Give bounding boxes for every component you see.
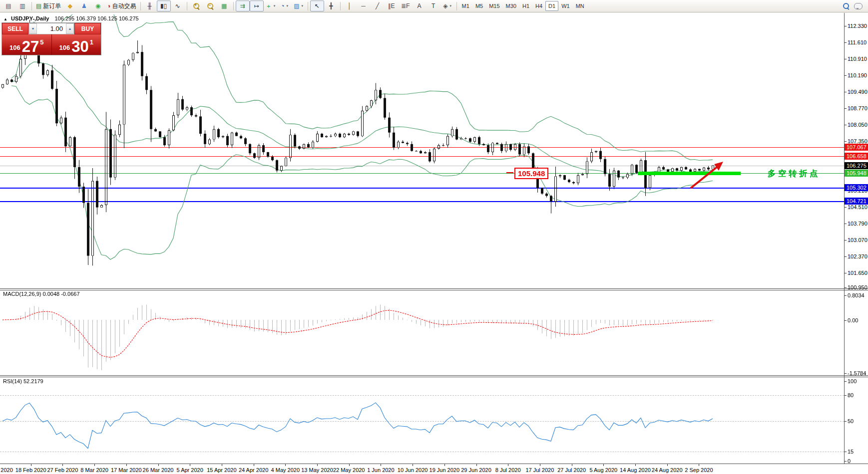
macd-panel-divider[interactable] [0,288,868,289]
rsi-panel-divider[interactable] [0,375,868,376]
sell-price-pip: 5 [40,38,43,46]
date-tick-mark [508,464,508,466]
date-tick-label: 9 Feb 2020 [0,467,13,473]
timeframe-h4-button[interactable]: H4 [532,1,545,11]
indicators-icon[interactable]: ＋▾ [264,0,278,11]
periods-icon[interactable]: ◔▾ [278,0,292,11]
price-tick-mark [845,42,847,43]
horizontal-line-icon[interactable]: ─ [357,0,371,11]
chart-area[interactable] [0,0,844,464]
toolbar: ▤▥▤新订单◆♟◉◑自动交易╫▮▯∿+−▦⇉↦＋▾◔▾▨▾↖╋│─╱∥E≣FAT… [0,0,868,12]
time-axis-line [0,464,868,464]
timeframe-h1-button[interactable]: H1 [519,1,532,11]
text-icon[interactable]: A [413,0,427,11]
volume-decrease-button[interactable]: ▼ [29,23,37,34]
vertical-line-icon[interactable]: │ [343,0,357,11]
market-watch-icon[interactable]: ▤ [1,0,15,11]
zoom-in-icon[interactable]: + [189,0,203,11]
timeframe-m15-button[interactable]: M15 [486,1,502,11]
price-tick-mark [845,287,847,288]
price-annotation-box[interactable]: 105.948 [514,168,548,179]
indicator-tick-mark [845,320,847,321]
date-tick-mark [317,464,318,466]
date-tick-mark [285,464,286,466]
date-tick-mark [126,464,127,466]
signals-icon[interactable]: ◉ [91,0,105,11]
autotrading-button[interactable]: ◑自动交易 [105,0,138,11]
date-tick-label: 14 Aug 2020 [620,467,651,473]
timeframe-m30-button[interactable]: M30 [503,1,519,11]
strategy-tester-icon[interactable]: ♟ [77,0,91,11]
line-chart-icon[interactable]: ∿ [171,0,185,11]
date-tick-mark [603,464,604,466]
price-level-label: 107.067 [845,144,868,151]
auto-scroll-icon[interactable]: ⇉ [236,0,250,11]
date-tick-label: 5 Aug 2020 [589,467,617,473]
volume-input[interactable]: 1.00 [37,23,66,34]
indicator-tick-label: 80 [848,392,854,398]
indicator-tick-label: 0.8034 [848,292,865,298]
fibonacci-icon[interactable]: ≣F [399,0,413,11]
date-tick-mark [413,464,413,466]
timeframe-mn-button[interactable]: MN [573,1,587,11]
price-box-tick [506,172,513,173]
price-tick-label: 108.770 [848,105,868,111]
price-axis-line[interactable] [844,13,845,464]
date-tick-label: 4 May 2020 [271,467,300,473]
timeframe-d1-button[interactable]: D1 [545,1,558,11]
indicator-tick-label: 0 [848,458,851,464]
equidistant-channel-icon[interactable]: ∥E [385,0,399,11]
trendline-icon[interactable]: ╱ [371,0,385,11]
crosshair-icon[interactable]: ╋ [324,0,338,11]
collapse-arrow-icon[interactable]: ▲ [3,17,7,21]
cursor-icon[interactable]: ↖ [310,0,324,11]
price-tick-label: 103.790 [848,221,868,227]
indicator-tick-label: 50 [848,418,854,424]
date-tick-label: 18 Feb 2020 [15,467,46,473]
data-window-icon[interactable]: ▥ [15,0,29,11]
date-tick-label: 2 Sep 2020 [685,467,713,473]
toolbar-separator [233,2,234,10]
rsi-panel-divider-inner [0,377,868,377]
volume-increase-button[interactable]: ▲ [66,23,74,34]
chart-shift-icon[interactable]: ↦ [250,0,264,11]
toolbar-separator [31,2,32,10]
sell-price-button[interactable]: 106 27 5 [2,34,52,55]
price-tick-mark [845,141,847,142]
indicator-tick-mark [845,452,847,452]
zoom-out-icon[interactable]: − [203,0,217,11]
tile-windows-icon[interactable]: ▦ [217,0,231,11]
new-order-button[interactable]: ▤新订单 [34,0,63,11]
date-tick-mark [444,464,445,466]
ohlc-values: 106.295 106.379 106.125 106.275 [54,15,138,21]
date-tick-label: 17 Mar 2020 [111,467,142,473]
search-icon[interactable] [843,3,849,9]
macd-values: 0.0048 -0.0667 [42,291,79,297]
text-label-icon[interactable]: T [427,0,440,11]
date-tick-mark [158,464,159,466]
date-tick-label: 27 Feb 2020 [47,467,78,473]
chat-icon[interactable] [854,3,863,9]
indicator-tick-mark [845,373,847,374]
toolbar-separator [340,2,341,10]
date-tick-label: 8 Jul 2020 [495,467,521,473]
date-tick-label: 1 Jun 2020 [367,467,394,473]
metaeditor-icon[interactable]: ◆ [63,0,77,11]
buy-button[interactable]: BUY [74,23,101,34]
trend-arrow-object[interactable] [683,158,729,193]
bar-chart-icon[interactable]: ╫ [143,0,157,11]
price-tick-label: 110.190 [848,72,867,78]
timeframe-w1-button[interactable]: W1 [558,1,573,11]
timeframe-m1-button[interactable]: M1 [459,1,472,11]
price-level-label: 105.948 [845,170,868,177]
timeframe-m5-button[interactable]: M5 [472,1,486,11]
sell-button[interactable]: SELL [2,23,28,34]
shapes-icon[interactable]: ◈▾ [440,0,454,11]
turning-point-text[interactable]: 多空转折点 [768,169,820,179]
templates-icon[interactable]: ▨▾ [292,0,306,11]
candlestick-chart-icon[interactable]: ▮▯ [157,0,171,11]
buy-price-pip: 1 [90,38,93,46]
buy-price-button[interactable]: 106 30 1 [52,34,101,55]
buy-price-base: 106 [59,44,70,51]
price-tick-mark [845,273,847,273]
